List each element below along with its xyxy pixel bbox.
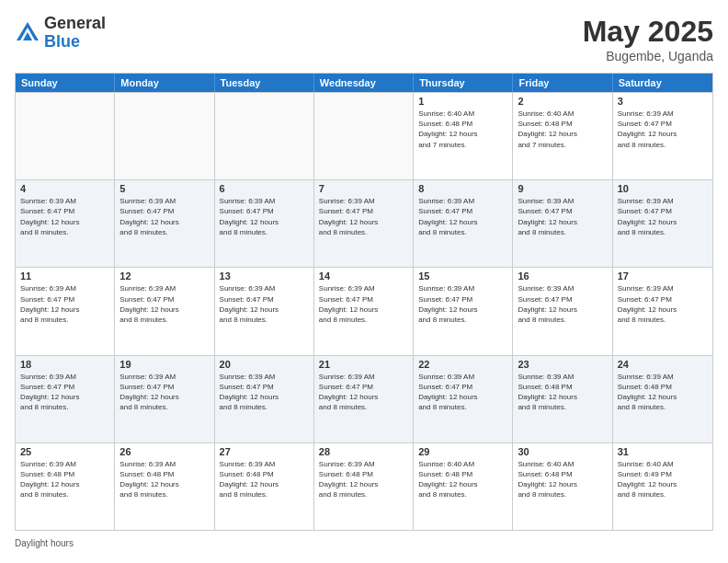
day-info: Sunrise: 6:39 AM Sunset: 6:47 PM Dayligh…	[20, 372, 109, 413]
calendar-row: 18Sunrise: 6:39 AM Sunset: 6:47 PM Dayli…	[16, 355, 712, 442]
calendar-cell: 27Sunrise: 6:39 AM Sunset: 6:48 PM Dayli…	[215, 443, 314, 530]
calendar-cell: 18Sunrise: 6:39 AM Sunset: 6:47 PM Dayli…	[16, 356, 115, 442]
calendar-cell: 16Sunrise: 6:39 AM Sunset: 6:47 PM Dayli…	[513, 268, 612, 354]
calendar-cell: 19Sunrise: 6:39 AM Sunset: 6:47 PM Dayli…	[115, 356, 214, 442]
calendar-cell: 12Sunrise: 6:39 AM Sunset: 6:47 PM Dayli…	[115, 268, 214, 354]
day-info: Sunrise: 6:39 AM Sunset: 6:48 PM Dayligh…	[119, 459, 209, 500]
day-number: 28	[319, 446, 408, 457]
day-info: Sunrise: 6:40 AM Sunset: 6:48 PM Dayligh…	[518, 459, 607, 500]
day-number: 18	[20, 359, 109, 370]
title-block: May 2025 Bugembe, Uganda	[583, 15, 713, 63]
day-info: Sunrise: 6:39 AM Sunset: 6:47 PM Dayligh…	[119, 196, 209, 237]
day-info: Sunrise: 6:39 AM Sunset: 6:47 PM Dayligh…	[220, 283, 309, 325]
calendar-header: SundayMondayTuesdayWednesdayThursdayFrid…	[16, 74, 712, 92]
calendar-row: 25Sunrise: 6:39 AM Sunset: 6:48 PM Dayli…	[16, 442, 712, 530]
calendar-cell: 4Sunrise: 6:39 AM Sunset: 6:47 PM Daylig…	[16, 180, 115, 267]
day-info: Sunrise: 6:39 AM Sunset: 6:48 PM Dayligh…	[20, 459, 109, 500]
calendar-cell: 14Sunrise: 6:39 AM Sunset: 6:47 PM Dayli…	[314, 268, 414, 354]
footer: Daylight hours	[15, 538, 713, 548]
logo-icon	[15, 20, 40, 46]
calendar-header-cell: Saturday	[613, 74, 712, 92]
day-info: Sunrise: 6:39 AM Sunset: 6:47 PM Dayligh…	[220, 372, 309, 413]
day-number: 4	[20, 183, 109, 194]
day-number: 11	[20, 270, 109, 282]
logo-general-text: General	[44, 14, 106, 32]
day-info: Sunrise: 6:39 AM Sunset: 6:47 PM Dayligh…	[418, 283, 507, 325]
calendar-cell: 22Sunrise: 6:39 AM Sunset: 6:47 PM Dayli…	[414, 356, 513, 442]
day-number: 31	[618, 446, 708, 457]
calendar-cell: 30Sunrise: 6:40 AM Sunset: 6:48 PM Dayli…	[513, 443, 612, 530]
calendar-cell: 6Sunrise: 6:39 AM Sunset: 6:47 PM Daylig…	[215, 180, 314, 267]
day-info: Sunrise: 6:39 AM Sunset: 6:47 PM Dayligh…	[319, 372, 408, 413]
calendar-header-cell: Thursday	[414, 74, 513, 92]
day-number: 23	[518, 359, 607, 370]
day-info: Sunrise: 6:40 AM Sunset: 6:49 PM Dayligh…	[618, 459, 708, 500]
calendar-cell: 7Sunrise: 6:39 AM Sunset: 6:47 PM Daylig…	[314, 180, 414, 267]
calendar-cell: 31Sunrise: 6:40 AM Sunset: 6:49 PM Dayli…	[613, 443, 712, 530]
day-info: Sunrise: 6:39 AM Sunset: 6:47 PM Dayligh…	[618, 196, 708, 237]
day-info: Sunrise: 6:40 AM Sunset: 6:48 PM Dayligh…	[418, 459, 507, 500]
day-info: Sunrise: 6:39 AM Sunset: 6:48 PM Dayligh…	[319, 459, 408, 500]
calendar-cell: 26Sunrise: 6:39 AM Sunset: 6:48 PM Dayli…	[115, 443, 214, 530]
calendar-header-cell: Sunday	[16, 74, 115, 92]
daylight-label: Daylight hours	[15, 538, 74, 548]
calendar-cell	[16, 93, 115, 179]
day-info: Sunrise: 6:39 AM Sunset: 6:47 PM Dayligh…	[20, 196, 109, 237]
day-number: 7	[319, 183, 408, 194]
day-number: 5	[119, 183, 209, 194]
day-info: Sunrise: 6:39 AM Sunset: 6:47 PM Dayligh…	[119, 372, 209, 413]
day-number: 2	[518, 96, 607, 107]
calendar-cell	[314, 93, 414, 179]
calendar-cell	[215, 93, 314, 179]
day-number: 30	[518, 446, 607, 457]
day-number: 14	[319, 270, 408, 282]
day-number: 26	[119, 446, 209, 457]
day-number: 1	[418, 96, 507, 107]
calendar-row: 11Sunrise: 6:39 AM Sunset: 6:47 PM Dayli…	[16, 267, 712, 354]
day-number: 21	[319, 359, 408, 370]
calendar-row: 4Sunrise: 6:39 AM Sunset: 6:47 PM Daylig…	[16, 179, 712, 267]
calendar-header-cell: Monday	[115, 74, 214, 92]
day-info: Sunrise: 6:39 AM Sunset: 6:47 PM Dayligh…	[220, 196, 309, 237]
day-info: Sunrise: 6:39 AM Sunset: 6:47 PM Dayligh…	[418, 196, 507, 237]
day-number: 22	[418, 359, 507, 370]
day-number: 24	[618, 359, 708, 370]
day-number: 27	[220, 446, 309, 457]
calendar-header-cell: Friday	[513, 74, 612, 92]
calendar-cell: 24Sunrise: 6:39 AM Sunset: 6:48 PM Dayli…	[613, 356, 712, 442]
calendar-cell	[115, 93, 214, 179]
day-info: Sunrise: 6:39 AM Sunset: 6:47 PM Dayligh…	[319, 196, 408, 237]
calendar: SundayMondayTuesdayWednesdayThursdayFrid…	[15, 73, 713, 531]
calendar-header-cell: Tuesday	[215, 74, 314, 92]
calendar-cell: 8Sunrise: 6:39 AM Sunset: 6:47 PM Daylig…	[414, 180, 513, 267]
calendar-header-cell: Wednesday	[314, 74, 414, 92]
day-info: Sunrise: 6:39 AM Sunset: 6:47 PM Dayligh…	[618, 109, 708, 150]
day-number: 10	[618, 183, 708, 194]
day-info: Sunrise: 6:39 AM Sunset: 6:48 PM Dayligh…	[220, 459, 309, 500]
calendar-cell: 5Sunrise: 6:39 AM Sunset: 6:47 PM Daylig…	[115, 180, 214, 267]
day-info: Sunrise: 6:39 AM Sunset: 6:48 PM Dayligh…	[618, 372, 708, 413]
day-number: 19	[119, 359, 209, 370]
calendar-cell: 13Sunrise: 6:39 AM Sunset: 6:47 PM Dayli…	[215, 268, 314, 354]
calendar-cell: 15Sunrise: 6:39 AM Sunset: 6:47 PM Dayli…	[414, 268, 513, 354]
day-number: 20	[220, 359, 309, 370]
calendar-cell: 21Sunrise: 6:39 AM Sunset: 6:47 PM Dayli…	[314, 356, 414, 442]
calendar-cell: 25Sunrise: 6:39 AM Sunset: 6:48 PM Dayli…	[16, 443, 115, 530]
day-number: 16	[518, 270, 607, 282]
day-info: Sunrise: 6:39 AM Sunset: 6:47 PM Dayligh…	[418, 372, 507, 413]
calendar-cell: 23Sunrise: 6:39 AM Sunset: 6:48 PM Dayli…	[513, 356, 612, 442]
day-info: Sunrise: 6:39 AM Sunset: 6:47 PM Dayligh…	[518, 196, 607, 237]
day-number: 6	[220, 183, 309, 194]
day-number: 3	[618, 96, 708, 107]
day-info: Sunrise: 6:39 AM Sunset: 6:47 PM Dayligh…	[319, 283, 408, 325]
day-number: 29	[418, 446, 507, 457]
day-info: Sunrise: 6:39 AM Sunset: 6:47 PM Dayligh…	[518, 283, 607, 325]
day-number: 12	[119, 270, 209, 282]
title-month: May 2025	[583, 15, 713, 49]
calendar-body: 1Sunrise: 6:40 AM Sunset: 6:48 PM Daylig…	[16, 92, 712, 530]
calendar-cell: 11Sunrise: 6:39 AM Sunset: 6:47 PM Dayli…	[16, 268, 115, 354]
day-info: Sunrise: 6:39 AM Sunset: 6:47 PM Dayligh…	[119, 283, 209, 325]
day-number: 25	[20, 446, 109, 457]
title-location: Bugembe, Uganda	[583, 49, 713, 63]
day-info: Sunrise: 6:40 AM Sunset: 6:48 PM Dayligh…	[418, 109, 507, 150]
